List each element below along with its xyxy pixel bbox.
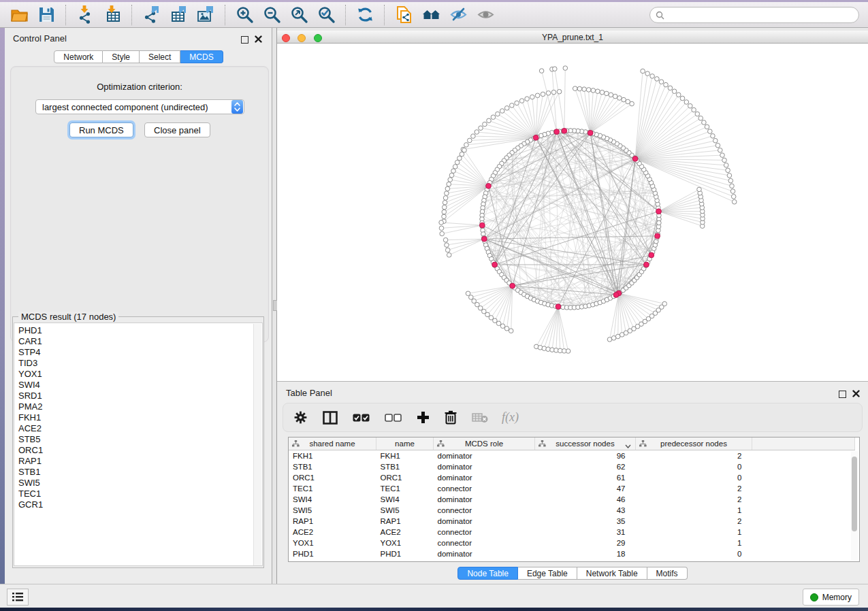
- search-input[interactable]: [649, 7, 859, 23]
- open-folder-icon[interactable]: [9, 5, 29, 25]
- table-row[interactable]: SWI4SWI4dominator462: [289, 494, 855, 505]
- tab-node-table[interactable]: Node Table: [457, 567, 518, 580]
- network-window-title: YPA_prune.txt_1: [277, 33, 868, 42]
- mcds-result-group: MCDS result (17 nodes) PHD1CAR1STP4TID3Y…: [12, 316, 264, 568]
- mcds-result-item[interactable]: STB1: [18, 467, 262, 478]
- control-panel-tabs: NetworkStyleSelectMCDS: [5, 50, 272, 63]
- show-all-icon[interactable]: [475, 5, 496, 25]
- main-toolbar: [0, 2, 868, 28]
- table-column-icon: [539, 440, 546, 448]
- table-scrollbar[interactable]: [851, 451, 858, 560]
- mcds-result-item[interactable]: ACE2: [18, 423, 262, 434]
- column-header-predecessor-nodes[interactable]: predecessor nodes: [636, 437, 752, 450]
- memory-label: Memory: [822, 593, 852, 602]
- import-table-icon[interactable]: [102, 5, 123, 25]
- export-table-icon[interactable]: [168, 5, 189, 25]
- control-panel-float-button[interactable]: [241, 36, 248, 44]
- mcds-result-item[interactable]: TID3: [18, 358, 262, 369]
- network-view-area: YPA_prune.txt_1 Table Panel f(x) shared …: [277, 28, 868, 584]
- mcds-tab-content: Optimization criterion: largest connecte…: [10, 66, 269, 342]
- zoom-out-icon[interactable]: [261, 5, 282, 25]
- add-row-icon[interactable]: [417, 411, 430, 424]
- table-panel-title: Table Panel: [286, 388, 332, 398]
- import-network-icon[interactable]: [75, 5, 95, 25]
- table-row[interactable]: TEC1TEC1connector472: [289, 483, 855, 494]
- zoom-fit-icon[interactable]: [289, 5, 309, 25]
- split-columns-icon[interactable]: [323, 411, 338, 425]
- run-mcds-button[interactable]: Run MCDS: [69, 122, 133, 137]
- delete-row-icon[interactable]: [445, 410, 457, 425]
- save-icon[interactable]: [36, 5, 57, 25]
- mcds-result-item[interactable]: TEC1: [18, 489, 262, 499]
- criterion-selected-value: largest connected component (undirected): [36, 102, 231, 112]
- table-row[interactable]: SWI5SWI5connector431: [289, 505, 855, 516]
- control-panel-title: Control Panel: [13, 33, 67, 44]
- gear-icon[interactable]: [293, 410, 308, 425]
- mcds-result-item[interactable]: RAP1: [18, 456, 262, 467]
- zoom-in-icon[interactable]: [234, 5, 255, 25]
- select-all-icon[interactable]: [353, 414, 370, 422]
- mcds-result-item[interactable]: PMA2: [18, 401, 262, 412]
- network-window-titlebar: YPA_prune.txt_1: [277, 31, 868, 44]
- export-network-icon[interactable]: [141, 5, 161, 25]
- mcds-result-item[interactable]: YOX1: [18, 369, 262, 380]
- mcds-result-list[interactable]: PHD1CAR1STP4TID3YOX1SWI4SRD1PMA2FKH1ACE2…: [14, 323, 263, 566]
- column-header-shared-name[interactable]: shared name: [289, 437, 376, 450]
- control-panel-close-button[interactable]: [255, 33, 262, 46]
- mcds-result-item[interactable]: SWI5: [18, 478, 262, 489]
- mcds-result-item[interactable]: CAR1: [18, 336, 262, 347]
- table-row[interactable]: RAP1RAP1dominator352: [289, 516, 855, 527]
- close-panel-button[interactable]: Close panel: [144, 122, 210, 137]
- table-panel-float-button[interactable]: [839, 391, 846, 398]
- network-graph[interactable]: [277, 44, 868, 381]
- first-neighbors-icon[interactable]: [421, 5, 441, 25]
- deselect-all-icon[interactable]: [385, 414, 402, 422]
- tab-style[interactable]: Style: [103, 50, 140, 63]
- table-row[interactable]: ORC1ORC1dominator610: [289, 472, 855, 483]
- tab-network[interactable]: Network: [54, 50, 103, 63]
- tab-motifs[interactable]: Motifs: [647, 567, 688, 580]
- column-header-MCDS-role[interactable]: MCDS role: [434, 437, 535, 450]
- column-header-successor-nodes[interactable]: successor nodes: [535, 437, 636, 450]
- memory-status-icon: [810, 593, 818, 601]
- network-canvas[interactable]: [277, 44, 868, 381]
- tab-network-table[interactable]: Network Table: [577, 567, 647, 580]
- table-row[interactable]: PHD1PHD1dominator180: [289, 548, 855, 559]
- mcds-result-item[interactable]: STP4: [18, 347, 262, 358]
- criterion-select[interactable]: largest connected component (undirected): [35, 99, 244, 114]
- mcds-result-item[interactable]: STB5: [18, 434, 262, 445]
- search-container: [649, 7, 859, 23]
- export-image-icon[interactable]: [195, 5, 216, 25]
- table-row[interactable]: ACE2ACE2connector311: [289, 527, 855, 538]
- mcds-result-item[interactable]: ORC1: [18, 445, 262, 456]
- tab-select[interactable]: Select: [140, 50, 180, 63]
- task-history-button[interactable]: [7, 589, 29, 606]
- tab-mcds[interactable]: MCDS: [180, 50, 223, 63]
- table-row[interactable]: STB1STB1dominator620: [289, 461, 855, 472]
- table-scrollbar-thumb[interactable]: [852, 457, 857, 531]
- tab-edge-table[interactable]: Edge Table: [518, 567, 577, 580]
- hide-selected-icon[interactable]: [448, 5, 468, 25]
- table-column-icon: [292, 440, 300, 448]
- mcds-result-item[interactable]: GCR1: [18, 499, 262, 510]
- column-header-name[interactable]: name: [376, 437, 434, 450]
- column-header-filler: [752, 437, 855, 450]
- mcds-result-item[interactable]: SRD1: [18, 391, 262, 401]
- function-builder-icon: f(x): [502, 410, 519, 425]
- table-panel-close-button[interactable]: [852, 388, 860, 400]
- memory-button[interactable]: Memory: [803, 589, 859, 606]
- node-table: shared namenameMCDS rolesuccessor nodesp…: [288, 437, 860, 562]
- refresh-icon[interactable]: [355, 5, 375, 25]
- vertical-splitter[interactable]: [272, 28, 277, 584]
- table-row[interactable]: YOX1YOX1connector291: [289, 538, 855, 548]
- duplicate-network-icon[interactable]: [393, 5, 414, 25]
- desktop-wallpaper-left: [0, 2, 5, 608]
- sort-indicator-icon: [625, 442, 631, 450]
- mcds-result-item[interactable]: SWI4: [18, 380, 262, 391]
- table-row[interactable]: FKH1FKH1dominator962: [289, 450, 855, 462]
- mcds-result-item[interactable]: FKH1: [18, 412, 262, 423]
- zoom-selected-icon[interactable]: [316, 5, 336, 25]
- select-stepper-icon: [231, 100, 243, 114]
- mcds-result-item[interactable]: PHD1: [18, 325, 262, 336]
- mcds-list-scrollbar[interactable]: [253, 324, 261, 566]
